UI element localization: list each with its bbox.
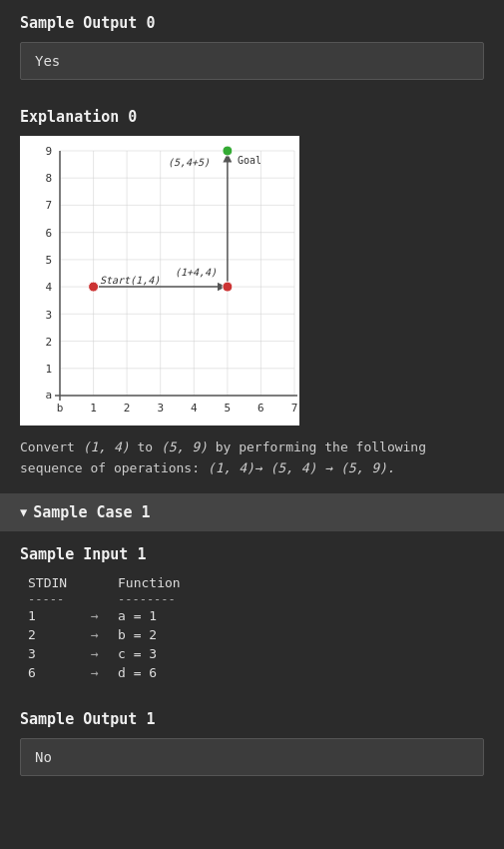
- sample-output-1-section: Sample Output 1 No: [0, 696, 504, 790]
- row2-stdin: 2: [20, 625, 80, 644]
- row3-func: c = 3: [110, 644, 189, 663]
- svg-point-43: [223, 282, 233, 292]
- sample-input-1-section: Sample Input 1 STDIN Function ----- ----…: [0, 531, 504, 696]
- table-divider-row: ----- --------: [20, 592, 189, 606]
- row1-func: a = 1: [110, 606, 189, 625]
- row4-stdin: 6: [20, 663, 80, 682]
- svg-text:1: 1: [45, 363, 52, 376]
- sequence: (1, 4)→ (5, 4) → (5, 9).: [208, 460, 395, 475]
- svg-text:7: 7: [291, 402, 298, 415]
- svg-text:5: 5: [225, 402, 232, 415]
- svg-text:3: 3: [157, 402, 164, 415]
- table-row: 1 → a = 1: [20, 606, 189, 625]
- row4-func: d = 6: [110, 663, 189, 682]
- sample-output-0-title: Sample Output 0: [20, 14, 484, 32]
- col-stdin-header: STDIN: [20, 573, 80, 592]
- sample-output-0-value: Yes: [20, 42, 484, 80]
- explanation-0-description: Convert (1, 4) to (5, 9) by performing t…: [20, 437, 484, 479]
- svg-text:2: 2: [45, 336, 52, 349]
- to-coord: (5, 9): [161, 439, 208, 454]
- col-stdin-divider: -----: [20, 592, 80, 606]
- row3-arrow: →: [80, 644, 110, 663]
- table-row: 3 → c = 3: [20, 644, 189, 663]
- triangle-icon: ▼: [20, 505, 27, 519]
- col-func-divider: --------: [110, 592, 189, 606]
- svg-text:5: 5: [45, 254, 52, 267]
- row4-arrow: →: [80, 663, 110, 682]
- svg-text:2: 2: [124, 402, 131, 415]
- row1-stdin: 1: [20, 606, 80, 625]
- row1-arrow: →: [80, 606, 110, 625]
- svg-text:1: 1: [90, 402, 97, 415]
- svg-text:3: 3: [45, 309, 52, 322]
- svg-text:8: 8: [45, 172, 52, 185]
- svg-text:4: 4: [45, 281, 52, 294]
- svg-text:6: 6: [45, 227, 52, 240]
- sample-case-1-header[interactable]: ▼ Sample Case 1: [0, 493, 504, 531]
- row2-func: b = 2: [110, 625, 189, 644]
- svg-text:4: 4: [191, 402, 198, 415]
- svg-text:Start(1,4): Start(1,4): [100, 275, 160, 286]
- svg-point-45: [223, 146, 233, 156]
- svg-text:(1+4,4): (1+4,4): [175, 267, 217, 278]
- svg-text:Goal: Goal: [238, 155, 261, 166]
- from-coord: (1, 4): [83, 439, 130, 454]
- sample-output-1-value: No: [20, 738, 484, 776]
- svg-text:6: 6: [257, 402, 264, 415]
- col-func-header: Function: [110, 573, 189, 592]
- sample-case-1-label: Sample Case 1: [33, 503, 150, 521]
- table-row: 6 → d = 6: [20, 663, 189, 682]
- row3-stdin: 3: [20, 644, 80, 663]
- coordinate-chart: .axis-label { font-size: 11px; fill: #33…: [20, 136, 299, 425]
- row2-arrow: →: [80, 625, 110, 644]
- stdin-table: STDIN Function ----- -------- 1 → a = 1 …: [20, 573, 189, 682]
- svg-text:b: b: [57, 402, 64, 415]
- sample-output-0-section: Sample Output 0 Yes: [0, 0, 504, 94]
- explanation-0-title: Explanation 0: [20, 108, 484, 126]
- sample-input-1-title: Sample Input 1: [20, 545, 484, 563]
- explanation-0-section: Explanation 0 .axis-label { font-size: 1…: [0, 94, 504, 493]
- svg-text:7: 7: [45, 199, 52, 212]
- sample-output-1-title: Sample Output 1: [20, 710, 484, 728]
- svg-point-41: [89, 282, 99, 292]
- svg-text:9: 9: [45, 145, 52, 158]
- col-arrow-header: [80, 573, 110, 592]
- table-row: 2 → b = 2: [20, 625, 189, 644]
- table-header-row: STDIN Function: [20, 573, 189, 592]
- svg-text:a: a: [45, 389, 52, 402]
- svg-text:(5,4+5): (5,4+5): [168, 157, 210, 168]
